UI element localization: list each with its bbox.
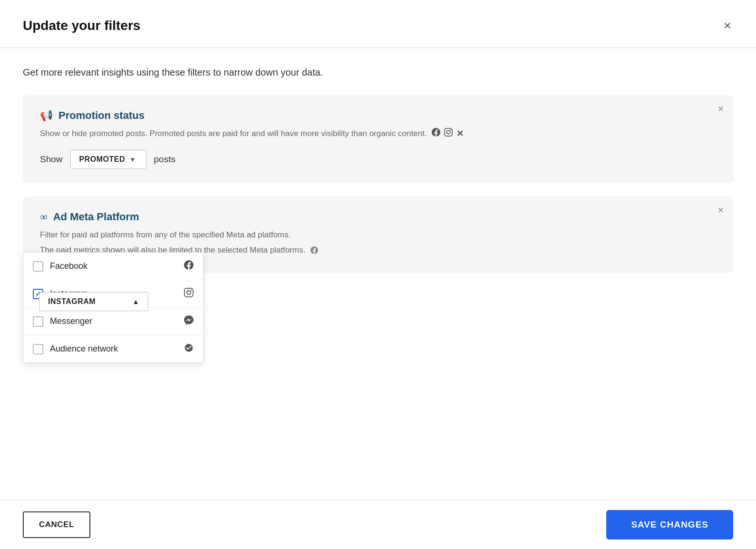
audience-network-checkbox[interactable] (33, 344, 43, 354)
instagram-icon (444, 127, 453, 140)
facebook-label: Facebook (50, 261, 177, 271)
cancel-button[interactable]: CANCEL (23, 511, 90, 538)
ad-meta-close-button[interactable]: × (717, 204, 724, 216)
meta-facebook-icon (310, 245, 318, 255)
dropdown-item-audience-network[interactable]: Audience network (23, 335, 203, 363)
promotion-social-icons: ✕ (432, 127, 464, 140)
dropdown-item-messenger[interactable]: Messenger (23, 308, 203, 335)
show-label: Show (40, 154, 63, 165)
messenger-checkbox[interactable] (33, 316, 43, 327)
ad-meta-title-text: Ad Meta Platform (53, 211, 139, 223)
promotion-status-title: 📢 Promotion status (40, 109, 716, 122)
x-icon: ✕ (456, 127, 464, 140)
promotion-icon: 📢 (40, 109, 53, 122)
promotion-desc-text: Show or hide promoted posts. Promoted po… (40, 129, 427, 138)
meta-icon: ∞ (40, 211, 48, 223)
dropdown-item-facebook[interactable]: Facebook (23, 253, 203, 280)
promotion-status-card: × 📢 Promotion status Show or hide promot… (23, 95, 733, 183)
facebook-platform-icon (184, 260, 194, 272)
posts-label: posts (154, 154, 175, 165)
ad-meta-desc1: Filter for paid ad platforms from any of… (40, 229, 716, 241)
instagram-dropdown-value: INSTAGRAM (48, 297, 96, 306)
ad-meta-title: ∞ Ad Meta Platform (40, 211, 716, 223)
modal-header: Update your filters × (0, 0, 756, 48)
modal-footer: CANCEL SAVE CHANGES (0, 500, 756, 549)
save-changes-button[interactable]: SAVE CHANGES (606, 510, 733, 539)
facebook-icon (432, 127, 440, 140)
subtitle: Get more relevant insights using these f… (23, 67, 733, 78)
facebook-checkbox[interactable] (33, 261, 43, 272)
promotion-description: Show or hide promoted posts. Promoted po… (40, 127, 716, 140)
promotion-filter-row: Show PROMOTED ▾ posts (40, 150, 716, 169)
promotion-title-text: Promotion status (58, 109, 145, 122)
promotion-dropdown-value: PROMOTED (79, 155, 125, 164)
chevron-down-icon: ▾ (131, 156, 135, 163)
promotion-dropdown[interactable]: PROMOTED ▾ (70, 150, 146, 169)
messenger-platform-icon (184, 315, 194, 327)
instagram-platform-icon (184, 288, 194, 300)
close-button[interactable]: × (722, 17, 733, 34)
audience-network-platform-icon (184, 343, 194, 355)
audience-network-label: Audience network (50, 344, 177, 354)
modal: Update your filters × Get more relevant … (0, 0, 756, 549)
promotion-status-close-button[interactable]: × (717, 103, 724, 115)
chevron-up-icon: ▲ (133, 298, 139, 305)
messenger-label: Messenger (50, 316, 177, 326)
modal-title: Update your filters (23, 18, 140, 33)
instagram-dropdown-trigger[interactable]: INSTAGRAM ▲ (39, 292, 148, 311)
